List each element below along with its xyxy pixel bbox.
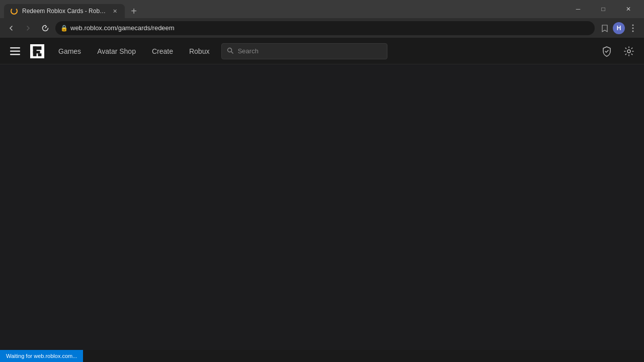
address-wrapper[interactable]: 🔒 web.roblox.com/gamecards/redeem [55, 21, 595, 35]
svg-rect-9 [33, 51, 40, 53]
window-controls: ─ □ ✕ [567, 0, 640, 18]
search-placeholder: Search [237, 47, 258, 55]
tab-title: Redeem Roblox Cards - Roblox [22, 8, 107, 15]
close-button[interactable]: ✕ [617, 0, 640, 18]
nav-link-create[interactable]: Create [144, 38, 181, 64]
nav-link-avatar-shop[interactable]: Avatar Shop [89, 38, 144, 64]
roblox-logo[interactable] [28, 42, 46, 60]
nav-link-games[interactable]: Games [50, 38, 89, 64]
svg-rect-4 [10, 50, 20, 52]
svg-rect-5 [10, 54, 20, 55]
nav-right-icons [598, 42, 638, 60]
url-display[interactable]: web.roblox.com/gamecards/redeem [55, 21, 595, 35]
back-button[interactable] [4, 21, 18, 35]
main-content [0, 64, 644, 350]
profile-button[interactable]: H [613, 22, 625, 34]
new-tab-button[interactable]: + [127, 4, 141, 18]
nav-link-robux[interactable]: Robux [181, 38, 217, 64]
active-tab[interactable]: Redeem Roblox Cards - Roblox ✕ [4, 4, 125, 18]
svg-point-2 [632, 30, 634, 32]
status-text: Waiting for web.roblox.com... [6, 353, 77, 359]
tab-close-button[interactable]: ✕ [111, 7, 119, 15]
tab-favicon [10, 7, 18, 15]
bookmark-button[interactable] [598, 21, 612, 35]
minimize-button[interactable]: ─ [567, 0, 590, 18]
refresh-button[interactable] [38, 21, 52, 35]
svg-line-12 [231, 52, 233, 53]
loading-spinner [11, 8, 18, 15]
svg-point-11 [228, 48, 232, 52]
hamburger-menu-button[interactable] [6, 42, 24, 60]
svg-point-0 [632, 24, 634, 26]
svg-point-1 [632, 27, 634, 29]
search-bar[interactable]: Search [221, 43, 387, 59]
browser-right-icons: H [598, 21, 640, 35]
svg-rect-8 [33, 46, 42, 50]
shield-icon-button[interactable] [598, 42, 616, 60]
svg-point-13 [627, 50, 630, 53]
tab-strip: Redeem Roblox Cards - Roblox ✕ + [4, 0, 562, 18]
browser-menu-button[interactable] [626, 21, 640, 35]
roblox-navbar: Games Avatar Shop Create Robux Search [0, 38, 644, 64]
browser-title-bar: Redeem Roblox Cards - Roblox ✕ + ─ □ ✕ [0, 0, 644, 18]
maximize-button[interactable]: □ [592, 0, 615, 18]
settings-icon-button[interactable] [620, 42, 638, 60]
status-bar: Waiting for web.roblox.com... [0, 350, 83, 362]
svg-rect-10 [38, 53, 41, 56]
address-bar: 🔒 web.roblox.com/gamecards/redeem H [0, 18, 644, 38]
svg-rect-3 [10, 47, 20, 49]
search-icon [227, 47, 233, 55]
lock-icon: 🔒 [60, 25, 68, 32]
forward-button[interactable] [21, 21, 35, 35]
nav-links: Games Avatar Shop Create Robux [50, 38, 217, 64]
